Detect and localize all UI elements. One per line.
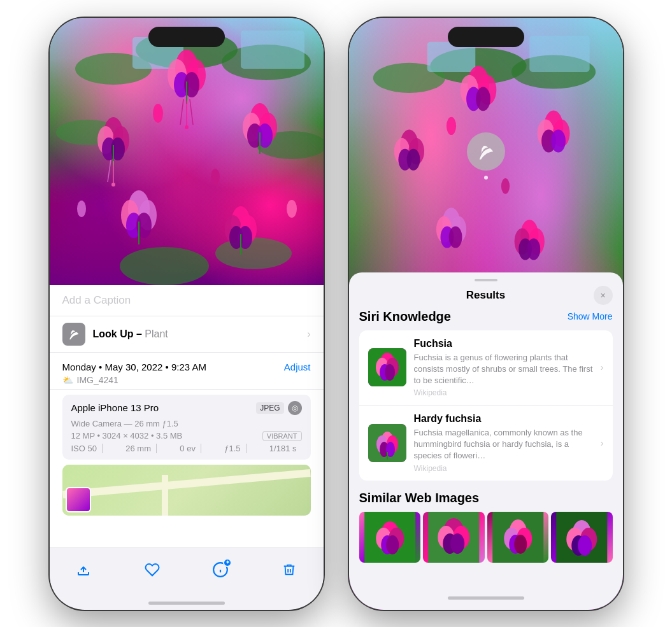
camera-type: Wide Camera — 26 mm ƒ1.5 xyxy=(71,419,302,428)
lookup-row[interactable]: Look Up – Plant › xyxy=(50,316,324,353)
cloud-icon: ⛅ xyxy=(62,375,73,385)
svg-point-123 xyxy=(578,535,592,556)
results-content: Siri Knowledge Show More xyxy=(349,309,623,610)
fuchsia-chevron-icon: › xyxy=(601,362,604,372)
hardy-fuchsia-source: Wikipedia xyxy=(414,464,593,473)
results-title: Results xyxy=(466,289,505,302)
info-area: Add a Caption Look Up – Plant › Monday •… xyxy=(50,285,324,547)
svg-line-46 xyxy=(108,160,111,182)
knowledge-item-hardy-fuchsia[interactable]: Hardy fuchsia Fuchsia magellanica, commo… xyxy=(359,405,613,481)
show-more-button[interactable]: Show More xyxy=(568,311,613,321)
svg-rect-9 xyxy=(241,31,304,69)
results-header: Results × xyxy=(349,281,623,309)
svg-point-50 xyxy=(77,201,86,217)
lookup-chevron-icon: › xyxy=(307,328,310,340)
plant-lookup-icon xyxy=(62,323,85,346)
device-info-row: Apple iPhone 13 Pro JPEG ◎ Wide Camera —… xyxy=(62,395,311,460)
date-text: Monday • May 30, 2022 • 9:23 AM xyxy=(62,362,206,372)
knowledge-card: Fuchsia Fuchsia is a genus of flowering … xyxy=(359,330,613,481)
svg-point-6 xyxy=(120,247,209,285)
filename-text: IMG_4241 xyxy=(77,375,118,385)
siri-visual-search-icon[interactable] xyxy=(467,132,505,171)
svg-point-69 xyxy=(406,148,420,170)
svg-point-47 xyxy=(153,104,163,123)
similar-images-section: Similar Web Images xyxy=(359,491,613,563)
exif-aperture: ƒ1.5 xyxy=(219,444,246,453)
fuchsia-description: Fuchsia is a genus of flowering plants t… xyxy=(414,352,593,387)
share-button[interactable] xyxy=(69,556,97,584)
siri-knowledge-header: Siri Knowledge Show More xyxy=(359,309,613,324)
svg-point-86 xyxy=(501,178,509,194)
similar-image-3[interactable] xyxy=(487,512,549,563)
svg-line-43 xyxy=(190,99,193,125)
right-phone: Results × Siri Knowledge Show More xyxy=(349,18,623,610)
svg-point-79 xyxy=(448,226,462,248)
exif-ev: 0 ev xyxy=(175,444,201,453)
favorite-button[interactable] xyxy=(138,556,166,584)
fuchsia-source: Wikipedia xyxy=(414,388,593,397)
hardy-fuchsia-info: Hardy fuchsia Fuchsia magellanica, commo… xyxy=(414,413,593,473)
svg-point-64 xyxy=(476,87,490,111)
svg-point-41 xyxy=(185,125,189,129)
delete-button[interactable] xyxy=(275,556,303,584)
map-area[interactable] xyxy=(62,465,311,516)
svg-point-92 xyxy=(385,364,395,381)
right-photo-area[interactable]: Results × Siri Knowledge Show More xyxy=(349,18,623,610)
similar-image-4[interactable] xyxy=(551,512,613,563)
similar-images-title: Similar Web Images xyxy=(359,491,613,505)
exif-iso: ISO 50 xyxy=(71,444,103,453)
svg-point-111 xyxy=(450,533,464,554)
right-home-indicator xyxy=(448,596,524,600)
vibrant-badge: VIBRANT xyxy=(262,431,302,441)
svg-point-49 xyxy=(287,200,297,218)
adjust-button[interactable]: Adjust xyxy=(284,362,311,372)
info-button-wrapper[interactable]: ✦ xyxy=(206,556,234,584)
results-panel: Results × Siri Knowledge Show More xyxy=(349,272,623,610)
exif-row: ISO 50 26 mm 0 ev ƒ1.5 1/181 s xyxy=(71,444,302,453)
date-row: Monday • May 30, 2022 • 9:23 AM Adjust ⛅… xyxy=(50,353,324,390)
map-photo-thumbnail xyxy=(66,487,91,512)
hardy-fuchsia-chevron-icon: › xyxy=(601,438,604,448)
info-badge: ✦ xyxy=(223,558,232,567)
device-name: Apple iPhone 13 Pro xyxy=(71,402,159,413)
left-phone: Add a Caption Look Up – Plant › Monday •… xyxy=(50,18,324,610)
knowledge-item-fuchsia[interactable]: Fuchsia Fuchsia is a genus of flowering … xyxy=(359,330,613,406)
hardy-fuchsia-description: Fuchsia magellanica, commonly known as t… xyxy=(414,427,593,462)
photo-area[interactable] xyxy=(50,18,324,285)
similar-image-2[interactable] xyxy=(423,512,485,563)
svg-point-45 xyxy=(111,183,115,187)
svg-point-7 xyxy=(215,237,292,269)
caption-input[interactable]: Add a Caption xyxy=(50,285,324,316)
svg-line-42 xyxy=(180,99,183,125)
similar-images-grid xyxy=(359,512,613,563)
similar-image-1[interactable] xyxy=(359,512,421,563)
home-indicator xyxy=(148,602,225,605)
svg-point-117 xyxy=(514,535,527,554)
hardy-fuchsia-thumbnail xyxy=(368,424,406,462)
format-badge: JPEG xyxy=(256,402,283,414)
exif-shutter: 1/181 s xyxy=(264,444,302,453)
siri-dot xyxy=(484,176,488,180)
fuchsia-name: Fuchsia xyxy=(414,338,593,349)
camera-specs: 12 MP • 3024 × 4032 • 3.5 MB xyxy=(71,431,183,440)
svg-point-74 xyxy=(551,129,566,152)
svg-rect-58 xyxy=(427,41,475,71)
exif-focal: 26 mm xyxy=(120,444,157,453)
fuchsia-info: Fuchsia Fuchsia is a genus of flowering … xyxy=(414,338,593,398)
svg-point-85 xyxy=(446,116,455,134)
close-button[interactable]: × xyxy=(594,286,613,305)
toolbar: ✦ xyxy=(50,547,324,602)
svg-point-105 xyxy=(386,535,399,554)
hardy-fuchsia-name: Hardy fuchsia xyxy=(414,413,593,425)
lookup-label: Look Up – Plant xyxy=(93,328,168,340)
svg-point-84 xyxy=(527,238,540,260)
svg-rect-59 xyxy=(529,36,589,72)
location-icon: ◎ xyxy=(288,401,302,415)
fuchsia-thumbnail xyxy=(368,348,406,386)
svg-point-48 xyxy=(211,169,220,185)
siri-knowledge-title: Siri Knowledge xyxy=(359,309,451,324)
